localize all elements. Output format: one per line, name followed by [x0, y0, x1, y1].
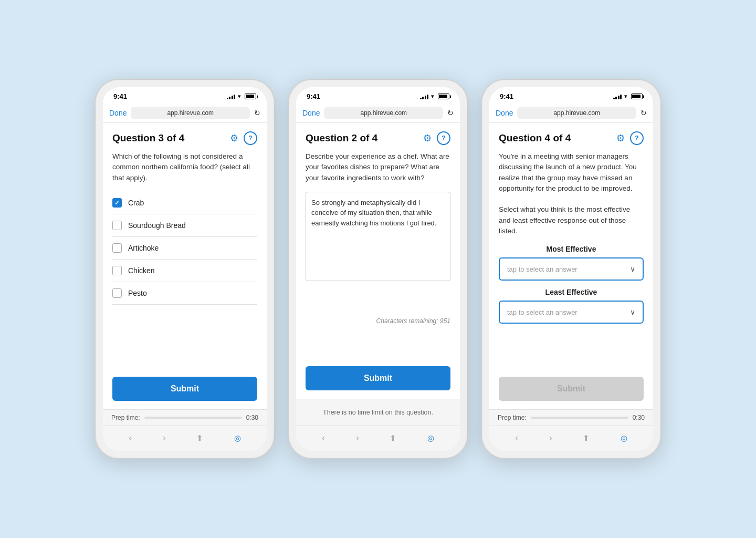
- least-effective-label: Least Effective: [499, 288, 644, 296]
- chars-remaining-2: Characters remaining: 951: [306, 317, 450, 325]
- checkbox-label-artichoke: Artichoke: [128, 244, 159, 252]
- prep-time-value-3: 0:30: [633, 414, 645, 421]
- done-button-2[interactable]: Done: [302, 109, 320, 117]
- signal-icon-2: [420, 94, 429, 99]
- done-button-1[interactable]: Done: [109, 109, 127, 117]
- checkbox-item-crab[interactable]: Crab: [112, 192, 257, 214]
- refresh-button-2[interactable]: ↻: [447, 109, 454, 117]
- nav-back-2[interactable]: ‹: [317, 430, 330, 446]
- prep-time-label-3: Prep time:: [498, 414, 527, 421]
- status-time-1: 9:41: [113, 92, 127, 100]
- question-text-3: You're in a meeting with senior managers…: [499, 151, 644, 236]
- checkbox-item-pesto[interactable]: Pesto: [112, 282, 257, 305]
- nav-back-1[interactable]: ‹: [123, 430, 137, 446]
- prep-time-bar-1: [144, 417, 242, 419]
- nav-bar-2: ‹ › ⬆ ◎: [296, 426, 460, 451]
- content-2: Question 2 of 4 ⚙ ? Describe your experi…: [296, 123, 460, 399]
- help-icon-3[interactable]: ?: [630, 131, 644, 145]
- done-button-3[interactable]: Done: [496, 109, 513, 117]
- least-effective-section: Least Effective tap to select an answer …: [499, 288, 644, 324]
- battery-icon-1: [245, 94, 256, 99]
- browser-bar-3: Done app.hirevue.com ↻: [489, 104, 653, 123]
- content-3: Question 4 of 4 ⚙ ? You're in a meeting …: [489, 123, 653, 409]
- url-bar-3[interactable]: app.hirevue.com: [517, 107, 636, 119]
- checkbox-sourdough[interactable]: [112, 221, 122, 230]
- checkbox-item-chicken[interactable]: Chicken: [112, 260, 257, 282]
- question-text-1: Which of the following is not considered…: [112, 151, 257, 183]
- least-effective-arrow-icon: ∨: [630, 308, 635, 316]
- question-header-1: Question 3 of 4 ⚙ ?: [112, 131, 257, 145]
- phone-2: 9:41 ▾ Done app.hirevue.c: [289, 80, 467, 458]
- prep-time-value-1: 0:30: [246, 414, 258, 421]
- most-effective-dropdown[interactable]: tap to select an answer ∨: [499, 257, 644, 281]
- question-title-2: Question 2 of 4: [306, 132, 377, 144]
- wifi-icon-2: ▾: [431, 93, 434, 100]
- status-icons-3: ▾: [613, 93, 643, 100]
- question-icons-1: ⚙ ?: [230, 131, 257, 145]
- wifi-icon-3: ▾: [624, 93, 627, 100]
- question-header-3: Question 4 of 4 ⚙ ?: [499, 131, 644, 145]
- phone-3: 9:41 ▾ Done app.hirevue.c: [482, 80, 660, 458]
- url-bar-2[interactable]: app.hirevue.com: [324, 107, 443, 119]
- battery-icon-3: [631, 94, 643, 99]
- nav-forward-2[interactable]: ›: [351, 430, 364, 446]
- submit-button-2[interactable]: Submit: [306, 366, 450, 390]
- nav-share-2[interactable]: ⬆: [384, 431, 402, 445]
- checkbox-item-sourdough[interactable]: Sourdough Bread: [112, 214, 257, 237]
- nav-forward-1[interactable]: ›: [158, 430, 171, 446]
- bottom-bar-1: Prep time: 0:30: [103, 409, 267, 426]
- browser-bar-2: Done app.hirevue.com ↻: [296, 104, 460, 123]
- least-effective-dropdown[interactable]: tap to select an answer ∨: [499, 301, 644, 324]
- checkbox-artichoke[interactable]: [112, 243, 122, 253]
- question-icons-3: ⚙ ?: [616, 131, 644, 145]
- checkbox-crab[interactable]: [112, 198, 122, 208]
- question-title-1: Question 3 of 4: [112, 132, 184, 144]
- checkbox-label-chicken: Chicken: [128, 266, 155, 275]
- checkbox-label-sourdough: Sourdough Bread: [128, 221, 186, 230]
- checkbox-item-artichoke[interactable]: Artichoke: [112, 237, 257, 260]
- nav-back-3[interactable]: ‹: [510, 430, 523, 446]
- gear-icon-1[interactable]: ⚙: [230, 132, 238, 144]
- phones-container: 9:41 ▾ Done app.hirevue.c: [96, 80, 660, 458]
- nav-share-1[interactable]: ⬆: [191, 431, 208, 445]
- nav-forward-3[interactable]: ›: [544, 430, 558, 446]
- nav-compass-3[interactable]: ◎: [615, 431, 633, 445]
- prep-time-row-1: Prep time: 0:30: [111, 414, 258, 421]
- textarea-wrapper-2: So strongly and metaphysically did I con…: [306, 192, 450, 312]
- checkbox-list-1: Crab Sourdough Bread Artichoke Chicken: [112, 192, 257, 305]
- prep-time-row-3: Prep time: 0:30: [498, 414, 645, 421]
- nav-share-3[interactable]: ⬆: [578, 431, 595, 445]
- battery-icon-2: [438, 94, 449, 99]
- nav-compass-2[interactable]: ◎: [422, 431, 439, 445]
- nav-bar-3: ‹ › ⬆ ◎: [489, 426, 653, 451]
- submit-button-1[interactable]: Submit: [112, 377, 257, 401]
- most-effective-arrow-icon: ∨: [630, 265, 635, 273]
- signal-icon-3: [613, 94, 622, 99]
- question-icons-2: ⚙ ?: [423, 131, 450, 145]
- checkbox-label-pesto: Pesto: [128, 289, 147, 297]
- no-time-limit-2: There is no time limit on this question.: [304, 404, 452, 421]
- checkbox-chicken[interactable]: [112, 266, 122, 275]
- refresh-button-3[interactable]: ↻: [640, 109, 647, 117]
- bottom-bar-2: There is no time limit on this question.: [296, 399, 460, 426]
- status-bar-3: 9:41 ▾: [489, 87, 653, 104]
- help-icon-1[interactable]: ?: [244, 131, 257, 145]
- help-icon-2[interactable]: ?: [437, 131, 450, 145]
- status-icons-1: ▾: [227, 93, 257, 100]
- url-bar-1[interactable]: app.hirevue.com: [131, 107, 250, 119]
- least-effective-placeholder: tap to select an answer: [507, 308, 578, 316]
- wifi-icon-1: ▾: [238, 93, 241, 100]
- nav-compass-1[interactable]: ◎: [229, 431, 246, 445]
- submit-button-3: Submit: [499, 377, 644, 401]
- browser-bar-1: Done app.hirevue.com ↻: [103, 104, 267, 123]
- checkbox-pesto[interactable]: [112, 288, 122, 298]
- prep-time-label-1: Prep time:: [111, 414, 140, 421]
- status-bar-2: 9:41 ▾: [296, 87, 460, 104]
- status-icons-2: ▾: [420, 93, 450, 100]
- answer-textarea-2[interactable]: So strongly and metaphysically did I con…: [306, 192, 450, 281]
- gear-icon-3[interactable]: ⚙: [616, 132, 625, 144]
- gear-icon-2[interactable]: ⚙: [423, 132, 432, 144]
- refresh-button-1[interactable]: ↻: [254, 109, 260, 117]
- status-time-3: 9:41: [500, 92, 513, 100]
- most-effective-section: Most Effective tap to select an answer ∨: [499, 245, 644, 281]
